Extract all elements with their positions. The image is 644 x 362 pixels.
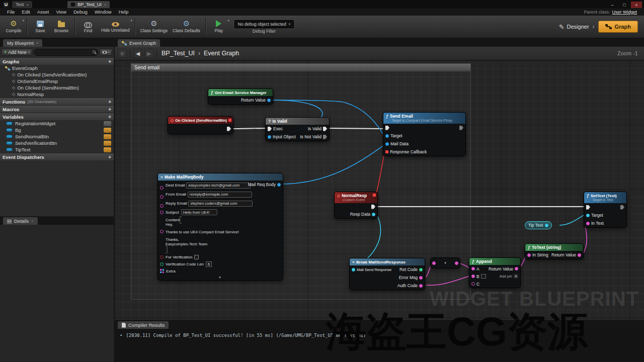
favorite-button[interactable]: ☆ — [118, 49, 127, 58]
compiler-log[interactable]: • [2030.11] Compile of BP_Test_UI succes… — [115, 329, 644, 362]
return-value-pin[interactable] — [578, 253, 581, 257]
menu-window[interactable]: Window — [92, 9, 115, 15]
node-get-email-service-manager[interactable]: ƒ Get Email Service Manager Return Value — [208, 88, 273, 105]
collapse-arrow-icon[interactable]: ▲ — [160, 275, 280, 279]
graph-mode-button[interactable]: Graph — [598, 21, 638, 33]
graph-canvas[interactable]: Send email — [115, 60, 644, 320]
tree-item-normalresp[interactable]: ◇ NormalResp — [0, 91, 114, 98]
close-icon[interactable]: × — [104, 3, 107, 7]
reroute-in-pin[interactable] — [432, 261, 436, 265]
exec-out-pin[interactable] — [620, 205, 624, 210]
node-header[interactable]: » Make MailReqBody — [158, 173, 283, 180]
tree-item-onclicked-sendnormalbtn[interactable]: ◇ On Clicked (SendNormalBtn) — [0, 84, 114, 91]
exec-in-pin[interactable] — [586, 205, 590, 210]
visibility-toggle-icon[interactable] — [104, 121, 111, 126]
menu-help[interactable]: Help — [116, 9, 132, 15]
parent-class-link[interactable]: User Widget — [612, 10, 637, 15]
node-header[interactable]: ◇ NormalResp Custom Event — [335, 192, 377, 203]
close-icon[interactable]: × — [27, 3, 29, 7]
play-dropdown-icon[interactable]: ▾ — [228, 19, 229, 23]
add-event-dispatcher-button[interactable]: + — [108, 154, 111, 160]
close-window-button[interactable]: × — [631, 2, 642, 8]
resp-data-pin[interactable] — [372, 213, 375, 216]
debug-object-select[interactable]: No debug object selected ▾ — [234, 20, 294, 28]
node-header[interactable]: ƒ Get Email Service Manager — [208, 89, 273, 96]
for-verification-checkbox[interactable] — [194, 255, 199, 259]
browse-button[interactable]: Browse — [51, 17, 72, 37]
node-header[interactable]: ƒ ToText (string) — [525, 244, 583, 251]
verification-code-len-pin[interactable] — [160, 262, 164, 266]
compile-dropdown-icon[interactable]: ▾ — [23, 19, 24, 23]
node-append[interactable]: ƒ Append A Return Value — [469, 257, 521, 288]
forward-button[interactable]: ▶ — [144, 49, 153, 58]
menu-edit[interactable]: Edit — [19, 9, 33, 15]
content-pin[interactable] — [160, 230, 164, 233]
auth-code-pin[interactable] — [419, 284, 423, 288]
delegate-pin[interactable] — [228, 119, 231, 122]
menu-asset[interactable]: Asset — [34, 9, 52, 15]
add-new-button[interactable]: + Add New ▾ — [2, 49, 32, 56]
variable-row-registrationwidget[interactable]: RegistrationWidget — [0, 120, 114, 127]
pin-b[interactable] — [471, 275, 475, 278]
node-break-mailsendresponse[interactable]: « Break MailSendResponse Mail Send Respo… — [349, 258, 425, 290]
hide-unrelated-button[interactable]: Hide Unrelated ▾ — [99, 17, 132, 37]
menu-view[interactable]: View — [53, 9, 69, 15]
close-icon[interactable]: × — [31, 219, 34, 223]
tree-item-eventgraph[interactable]: EventGraph — [0, 65, 114, 71]
tip-text-out-pin[interactable] — [545, 224, 548, 227]
breadcrumb-root[interactable]: BP_Test_UI — [160, 50, 196, 57]
visibility-toggle-icon[interactable] — [104, 147, 111, 152]
exec-out-pin[interactable] — [371, 205, 375, 209]
class-settings-button[interactable]: ⚙ Class Settings — [138, 17, 170, 37]
return-value-pin[interactable] — [267, 99, 271, 102]
node-header[interactable]: ƒ SetText (Text) Target is Text — [584, 192, 626, 203]
back-button[interactable]: ◀ — [133, 49, 142, 58]
reply-email-pin[interactable] — [160, 204, 164, 208]
tree-item-onclicked-sendverificationbtn[interactable]: ◇ On Clicked (SendVerificationBtn) — [0, 71, 114, 78]
comment-title[interactable]: Send email — [131, 64, 470, 71]
add-variable-button[interactable]: + — [108, 114, 111, 120]
from-email-pin[interactable] — [160, 195, 164, 199]
pin-b-input[interactable] — [481, 274, 486, 279]
variable-row-tiptext[interactable]: TipText — [0, 146, 114, 153]
exec-in-pin[interactable] — [268, 127, 272, 131]
node-is-valid[interactable]: ? Is Valid Exec Is Valid — [265, 117, 330, 141]
save-button[interactable]: Save — [30, 17, 51, 37]
exec-out-pin[interactable] — [227, 127, 231, 131]
breadcrumb-current[interactable]: Event Graph — [202, 50, 240, 57]
node-totext-string[interactable]: ƒ ToText (string) In String Return Value — [525, 243, 584, 259]
exec-out-pin[interactable] — [323, 127, 327, 131]
subject-field[interactable] — [181, 209, 217, 215]
section-macros[interactable]: Macros + — [0, 105, 114, 113]
mail-send-response-pin[interactable] — [352, 268, 355, 272]
mail-req-body-pin[interactable] — [277, 183, 281, 187]
target-pin[interactable] — [586, 214, 590, 217]
node-on-clicked-sendnormalbtn[interactable]: ◇ On Clicked (SendNormalBtn) — [168, 116, 233, 134]
tab-compiler-results[interactable]: Compiler Results — [118, 321, 169, 329]
section-graphs[interactable]: Graphs + — [0, 57, 114, 65]
visibility-toggle-icon[interactable] — [104, 141, 111, 146]
verification-code-len-field[interactable]: 6 — [206, 261, 212, 267]
visibility-toggle-icon[interactable] — [104, 134, 111, 139]
for-verification-pin[interactable] — [160, 255, 164, 259]
find-button[interactable]: Find — [77, 17, 99, 37]
reply-email-field[interactable] — [188, 201, 253, 207]
return-value-pin[interactable] — [515, 267, 518, 270]
input-object-pin[interactable] — [268, 135, 271, 139]
pin-c[interactable] — [471, 282, 475, 286]
menu-file[interactable]: File — [4, 9, 18, 15]
dest-email-field[interactable] — [186, 183, 251, 189]
hide-unrelated-dropdown-icon[interactable]: ▾ — [130, 19, 132, 23]
tree-item-onsendemailresp[interactable]: ◇ OnSendEmailResp — [0, 78, 114, 84]
exec-in-pin[interactable] — [385, 126, 389, 130]
node-header[interactable]: ƒ Append — [469, 258, 520, 265]
from-email-field[interactable] — [188, 192, 252, 198]
visibility-toggle-icon[interactable] — [104, 128, 111, 133]
visibility-filter-button[interactable]: ▾ — [100, 49, 112, 56]
add-macro-button[interactable]: + — [108, 107, 111, 112]
response-callback-pin[interactable] — [385, 150, 388, 153]
variable-row-sendverificationbtn[interactable]: SendVerificationBtn — [0, 140, 114, 146]
exec-out-pin[interactable] — [323, 135, 327, 139]
exec-out-pin[interactable] — [459, 126, 463, 130]
window-tab-bp-test-ui[interactable]: BP_Test_UI × — [67, 1, 110, 8]
